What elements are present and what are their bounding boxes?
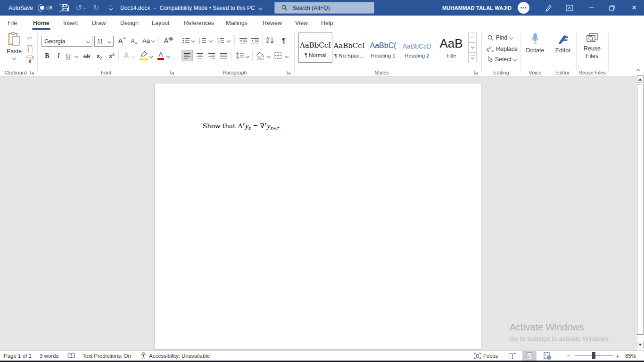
tab-file[interactable]: File [6, 16, 19, 30]
read-mode-button[interactable] [505, 351, 520, 361]
tab-insert[interactable]: Insert [61, 16, 80, 30]
strikethrough-button[interactable]: ab [81, 51, 92, 61]
change-case-button[interactable]: Aa [141, 35, 156, 46]
tab-review[interactable]: Review [261, 16, 284, 30]
paste-button[interactable]: Paste [5, 32, 24, 59]
highlight-button[interactable] [138, 50, 149, 61]
line-spacing-dropdown[interactable] [245, 51, 250, 61]
page-indicator[interactable]: Page 1 of 1 [4, 351, 32, 361]
style-heading-1[interactable]: AaBbC( Heading 1 [366, 33, 400, 63]
word-count[interactable]: 3 words [40, 351, 58, 361]
search-input[interactable]: Search (Alt+Q) [274, 2, 374, 14]
subscript-button[interactable]: x2 [94, 51, 105, 61]
font-color-button[interactable]: A [156, 50, 165, 61]
align-right-button[interactable] [206, 50, 217, 61]
underline-button[interactable]: U [65, 51, 72, 61]
zoom-level[interactable]: 85% [625, 351, 636, 361]
styles-gallery-expand[interactable] [469, 52, 477, 62]
borders-button[interactable] [272, 50, 284, 61]
dictate-button[interactable]: Dictate [522, 33, 548, 54]
proofing-status[interactable] [67, 351, 75, 361]
line-spacing-button[interactable] [234, 50, 246, 61]
shrink-font-button[interactable]: A [129, 36, 139, 46]
tab-help[interactable]: Help [319, 16, 335, 30]
clear-formatting-button[interactable]: A [162, 35, 174, 46]
find-button[interactable]: Find [487, 34, 512, 41]
borders-dropdown[interactable] [284, 51, 289, 61]
increase-indent-button[interactable] [250, 35, 260, 46]
multilevel-dropdown[interactable] [226, 35, 231, 46]
cut-button[interactable]: ✂ [25, 34, 35, 42]
zoom-slider-thumb[interactable] [592, 352, 595, 359]
bullets-dropdown[interactable] [190, 35, 196, 46]
select-button[interactable]: Select [487, 56, 517, 63]
save-button[interactable] [59, 0, 71, 16]
zoom-in-button[interactable]: + [616, 351, 620, 361]
copy-button[interactable] [25, 44, 34, 53]
accessibility-status[interactable]: Accessibility: Unavailable [140, 351, 210, 361]
tab-references[interactable]: References [182, 16, 216, 30]
style-heading-2[interactable]: AaBbCcD Heading 2 [400, 33, 434, 63]
shading-button[interactable] [255, 50, 267, 61]
customize-qat-button[interactable] [107, 0, 115, 16]
scroll-down-button[interactable] [637, 341, 644, 348]
grow-font-button[interactable]: A [116, 35, 127, 46]
tab-layout[interactable]: Layout [150, 16, 172, 30]
text-effects-button[interactable]: A [121, 50, 132, 61]
decrease-indent-button[interactable] [238, 35, 248, 46]
numbering-dropdown[interactable] [208, 35, 214, 46]
minimize-button[interactable] [583, 0, 600, 16]
tab-view[interactable]: View [293, 16, 310, 30]
vertical-scrollbar[interactable] [636, 75, 644, 350]
highlight-dropdown[interactable] [149, 51, 154, 61]
ink-button[interactable] [542, 0, 554, 16]
focus-mode-button[interactable]: Focus [474, 351, 498, 361]
bold-button[interactable]: B [42, 51, 52, 61]
superscript-button[interactable]: x2 [107, 51, 117, 61]
justify-button[interactable] [218, 50, 229, 61]
editor-button[interactable]: Editor [551, 33, 575, 54]
undo-button[interactable]: ↺ [74, 0, 87, 16]
sort-button[interactable]: A Z [264, 34, 276, 46]
style-no-spacing[interactable]: AaBbCcI ¶ No Spac... [332, 33, 366, 63]
close-button[interactable]: × [624, 0, 644, 16]
styles-scroll-down[interactable] [469, 42, 477, 52]
reuse-files-button[interactable]: Reuse Files [578, 33, 606, 59]
multilevel-list-button[interactable]: 1ai [216, 35, 225, 46]
style-title[interactable]: AaB Title [434, 33, 468, 63]
style-normal[interactable]: AaBbCcI ¶ Normal [298, 33, 332, 63]
restore-button[interactable] [603, 0, 620, 16]
document-page[interactable]: Show that Δryx = ∇ryx+r. [154, 83, 481, 350]
text-predictions[interactable]: Text Predictions: On [83, 351, 131, 361]
print-layout-button[interactable] [522, 351, 537, 361]
underline-dropdown[interactable] [74, 51, 79, 61]
format-painter-button[interactable] [25, 55, 35, 63]
ribbon-display-options-button[interactable] [563, 0, 576, 16]
scrollbar-thumb[interactable] [637, 84, 644, 335]
paragraph-dialog-launcher[interactable] [287, 70, 291, 75]
align-center-button[interactable] [194, 50, 206, 61]
text-effects-dropdown[interactable] [131, 51, 136, 61]
document-title[interactable]: Doc14.docx - Compatibility Mode • Saved … [120, 0, 262, 16]
replace-button[interactable]: ςbc Replace [487, 45, 518, 53]
tab-home[interactable]: Home [31, 16, 51, 30]
scroll-up-button[interactable] [637, 75, 644, 83]
font-size-select[interactable]: 11 [94, 36, 114, 47]
web-layout-button[interactable] [540, 351, 554, 361]
redo-button[interactable]: ↻ [91, 0, 101, 16]
show-hide-marks-button[interactable]: ¶ [279, 34, 289, 46]
align-left-button[interactable] [182, 50, 193, 61]
font-family-select[interactable]: Georgia [41, 36, 92, 47]
italic-button[interactable]: I [55, 51, 62, 61]
document-text-line[interactable]: Show that Δryx = ∇ryx+r. [203, 122, 280, 131]
tab-mailings[interactable]: Mailings [224, 16, 249, 30]
font-color-dropdown[interactable] [165, 51, 171, 61]
tab-draw[interactable]: Draw [90, 16, 107, 30]
numbering-button[interactable]: 123 [198, 35, 207, 46]
tab-design[interactable]: Design [118, 16, 140, 30]
avatar[interactable] [518, 2, 529, 14]
font-dialog-launcher[interactable] [170, 70, 175, 75]
styles-scroll-up[interactable] [469, 33, 477, 42]
clipboard-dialog-launcher[interactable] [30, 70, 35, 75]
zoom-out-button[interactable]: − [567, 351, 571, 361]
